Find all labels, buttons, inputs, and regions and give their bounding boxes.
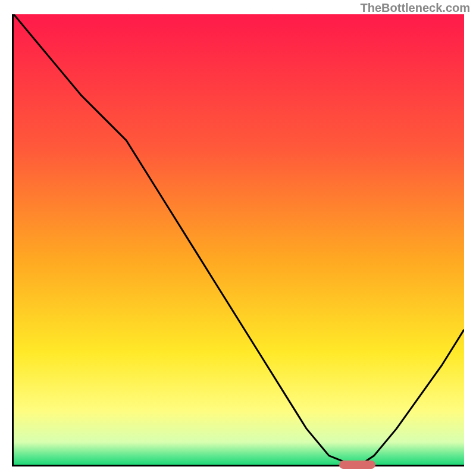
svg-rect-0 <box>14 14 464 465</box>
watermark-text: TheBottleneck.com <box>361 1 470 15</box>
gradient-background <box>14 14 464 465</box>
chart-plot-area <box>12 14 464 466</box>
optimal-marker <box>339 461 375 469</box>
